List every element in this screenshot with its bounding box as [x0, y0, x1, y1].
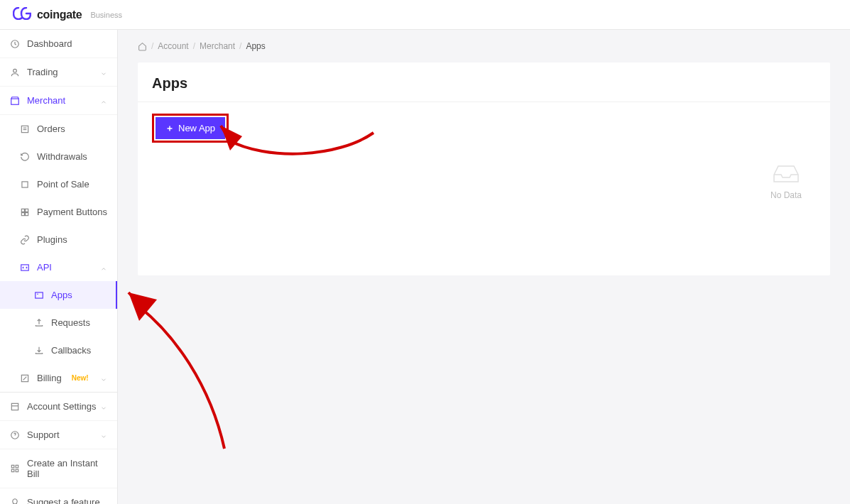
- home-icon[interactable]: [138, 42, 147, 51]
- plus-icon: [165, 124, 174, 133]
- sidebar-item-billing[interactable]: Billing New!: [0, 364, 117, 392]
- chevron-down-icon: [100, 403, 107, 410]
- apps-card: Apps New App: [138, 62, 830, 275]
- sidebar-item-label: Orders: [37, 124, 65, 134]
- sidebar-item-label: Plugins: [37, 234, 67, 245]
- link-icon: [20, 235, 30, 245]
- page-title: Apps: [152, 75, 816, 92]
- sidebar-item-callbacks[interactable]: Callbacks: [0, 336, 117, 364]
- app-layout: Dashboard Trading Merchant: [0, 30, 850, 504]
- svg-rect-21: [16, 469, 18, 472]
- bulb-icon: [10, 498, 20, 505]
- sidebar-item-orders[interactable]: Orders: [0, 115, 117, 143]
- inbox-icon: [771, 162, 801, 185]
- sidebar-item-label: Create an Instant Bill: [27, 458, 107, 479]
- svg-rect-19: [16, 465, 18, 468]
- sidebar-item-payment-buttons[interactable]: Payment Buttons: [0, 198, 117, 226]
- sidebar-item-account-settings[interactable]: Account Settings: [0, 392, 117, 421]
- sidebar-item-label: Billing: [37, 373, 62, 383]
- refresh-icon: [20, 152, 30, 162]
- chevron-up-icon: [100, 264, 107, 271]
- edit-icon: [20, 373, 30, 383]
- new-app-button[interactable]: New App: [156, 117, 225, 139]
- qr-icon: [10, 464, 20, 473]
- main-content: / Account / Merchant / Apps Apps New App: [118, 30, 850, 504]
- sidebar-item-merchant[interactable]: Merchant: [0, 87, 117, 115]
- empty-text: No Data: [770, 190, 802, 200]
- sidebar-item-label: Suggest a feature: [27, 497, 100, 504]
- breadcrumb-separator: /: [193, 41, 195, 51]
- svg-point-1: [13, 69, 17, 72]
- sidebar-item-label: Callbacks: [51, 345, 91, 356]
- sidebar-item-label: Account Settings: [27, 401, 97, 412]
- chevron-down-icon: [100, 375, 107, 382]
- sidebar: Dashboard Trading Merchant: [0, 30, 118, 504]
- sidebar-item-api[interactable]: API: [0, 253, 117, 281]
- svg-rect-2: [11, 99, 19, 104]
- sidebar-item-plugins[interactable]: Plugins: [0, 226, 117, 253]
- sidebar-item-support[interactable]: Support: [0, 421, 117, 449]
- breadcrumb-separator: /: [239, 41, 241, 51]
- breadcrumb-separator: /: [151, 41, 153, 51]
- sidebar-item-label: API: [37, 262, 52, 273]
- settings-icon: [10, 402, 20, 412]
- sidebar-item-label: Dashboard: [27, 38, 72, 49]
- breadcrumb-account[interactable]: Account: [158, 41, 188, 51]
- sidebar-item-dashboard[interactable]: Dashboard: [0, 30, 117, 58]
- svg-rect-18: [11, 465, 14, 468]
- sidebar-item-label: Apps: [51, 290, 72, 300]
- grid-icon: [20, 207, 30, 217]
- new-badge: New!: [72, 374, 89, 382]
- code-icon: [20, 263, 30, 273]
- upload-icon: [34, 318, 44, 328]
- card-body: New App No Data: [138, 102, 830, 154]
- annotation-highlight-box: New App: [152, 114, 229, 143]
- dashboard-icon: [10, 39, 20, 49]
- sidebar-item-trading[interactable]: Trading: [0, 58, 117, 87]
- empty-state: No Data: [770, 162, 802, 200]
- list-icon: [20, 124, 30, 134]
- svg-rect-15: [11, 403, 18, 410]
- sidebar-item-label: Payment Buttons: [37, 207, 107, 217]
- sidebar-item-withdrawals[interactable]: Withdrawals: [0, 143, 117, 170]
- card-header: Apps: [138, 62, 830, 102]
- svg-rect-9: [21, 212, 24, 215]
- svg-rect-7: [21, 209, 24, 212]
- sidebar-item-label: Support: [27, 429, 60, 440]
- sidebar-item-label: Trading: [27, 67, 58, 77]
- svg-rect-8: [26, 209, 28, 212]
- brand-sub: Business: [90, 11, 122, 19]
- breadcrumb-merchant[interactable]: Merchant: [200, 41, 235, 51]
- svg-rect-20: [11, 469, 14, 472]
- sidebar-item-label: Point of Sale: [37, 179, 89, 190]
- help-icon: [10, 430, 20, 440]
- chevron-down-icon: [100, 69, 107, 76]
- user-icon: [10, 67, 20, 77]
- new-app-button-label: New App: [178, 123, 215, 133]
- brand-logo[interactable]: coingate Business: [13, 7, 122, 22]
- sidebar-item-pos[interactable]: Point of Sale: [0, 170, 117, 198]
- store-icon: [10, 96, 20, 106]
- coingate-logo-icon: [13, 7, 31, 22]
- svg-rect-12: [36, 292, 43, 297]
- sidebar-item-requests[interactable]: Requests: [0, 309, 117, 336]
- sidebar-item-label: Merchant: [27, 95, 65, 106]
- app-header: coingate Business: [0, 0, 850, 30]
- chevron-down-icon: [100, 432, 107, 439]
- breadcrumb: / Account / Merchant / Apps: [118, 30, 850, 62]
- apps-icon: [34, 290, 44, 300]
- sidebar-item-label: Withdrawals: [37, 151, 87, 162]
- sidebar-item-label: Requests: [51, 317, 90, 328]
- brand-name: coingate: [37, 9, 82, 21]
- chevron-up-icon: [100, 97, 107, 104]
- breadcrumb-apps: Apps: [246, 41, 265, 51]
- sidebar-item-apps[interactable]: Apps: [0, 281, 117, 309]
- square-icon: [20, 180, 30, 190]
- sidebar-item-suggest[interactable]: Suggest a feature: [0, 488, 117, 504]
- svg-rect-6: [22, 181, 28, 187]
- svg-rect-10: [26, 212, 28, 215]
- download-icon: [34, 346, 44, 356]
- sidebar-item-instant-bill[interactable]: Create an Instant Bill: [0, 449, 117, 488]
